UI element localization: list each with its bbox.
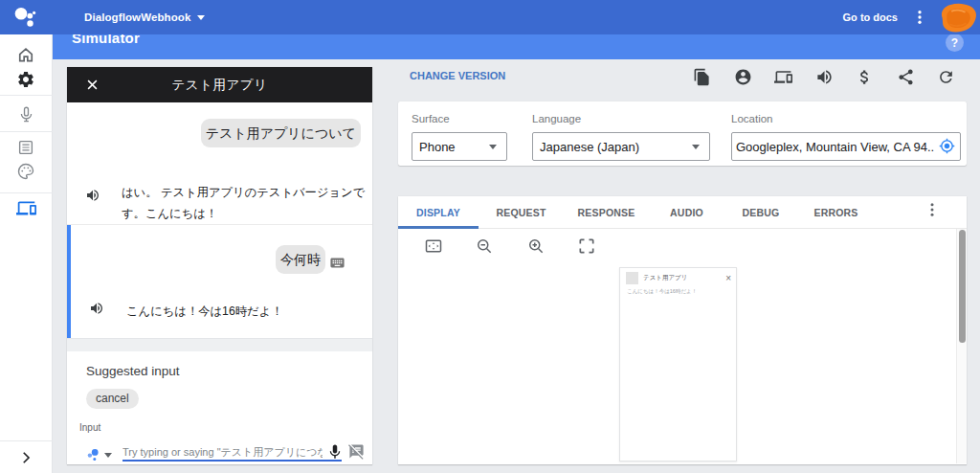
speaker-notes-off-icon[interactable] <box>348 443 365 460</box>
my-location-icon[interactable] <box>939 138 955 154</box>
copy-icon[interactable] <box>693 68 711 86</box>
close-icon[interactable] <box>85 78 100 92</box>
user-query-bubble: テスト用アプリについて <box>201 119 361 147</box>
tab-response[interactable]: RESPONSE <box>564 196 649 229</box>
location-value: Googleplex, Mountain View, CA 94.. <box>736 140 934 154</box>
nav-divider <box>0 95 53 96</box>
chevron-down-icon <box>692 145 700 149</box>
display-toolbar <box>424 236 596 256</box>
simulator-action-icons <box>693 68 955 86</box>
query-input-row: Input <box>67 444 372 468</box>
project-name: DialogflowWebhook <box>84 11 190 23</box>
nav-divider <box>0 192 53 193</box>
app-bar: DialogflowWebhook Go to docs <box>0 0 980 34</box>
article-icon <box>17 139 34 156</box>
assistant-response-text: はい。 テスト用アプリのテストバージョンです。こんにちは！ <box>122 182 372 224</box>
nav-invocation-button[interactable] <box>14 102 37 125</box>
preview-app-icon <box>626 272 638 284</box>
change-version-link[interactable]: CHANGE VERSION <box>410 70 505 81</box>
avatar[interactable] <box>933 2 977 34</box>
language-label: Language <box>532 113 710 124</box>
tab-errors[interactable]: ERRORS <box>797 196 875 229</box>
assistant-response-text: こんにちは！今は16時だよ！ <box>126 301 283 322</box>
preview-title: テスト用アプリ <box>643 274 725 282</box>
conversation-turn-active: 今何時 こんにちは！今は16時だよ！ <box>67 225 372 338</box>
preview-message: こんにちは！今は16時だよ！ <box>620 284 736 295</box>
tab-debug[interactable]: DEBUG <box>724 196 797 229</box>
more-vert-icon[interactable] <box>911 9 928 26</box>
home-icon <box>16 45 35 64</box>
location-label: Location <box>731 113 961 124</box>
volume-up-icon[interactable] <box>815 68 834 86</box>
more-vert-icon[interactable] <box>924 201 941 218</box>
google-assistant-logo-icon <box>5 3 49 32</box>
nav-home-button[interactable] <box>14 43 37 66</box>
display-preview-phone: テスト用アプリ × こんにちは！今は16時だよ！ <box>619 267 737 462</box>
conversation-turn: テスト用アプリについて はい。 テスト用アプリのテストバージョンです。こんにちは… <box>67 102 372 224</box>
query-input[interactable] <box>122 443 342 462</box>
money-icon[interactable] <box>856 68 874 86</box>
location-input[interactable]: Googleplex, Mountain View, CA 94.. <box>731 132 961 161</box>
chevron-down-icon <box>489 145 497 149</box>
page-header: Simulator ? <box>53 34 980 59</box>
nav-divider <box>0 440 53 441</box>
suggested-input-section: Suggested input cancel <box>67 351 372 409</box>
go-to-docs-link[interactable]: Go to docs <box>843 11 898 23</box>
nav-expand-button[interactable] <box>14 446 37 469</box>
surface-value: Phone <box>419 140 456 154</box>
settings-gear-icon <box>16 70 35 89</box>
account-circle-icon[interactable] <box>734 68 752 86</box>
conversation-header: テスト用アプリ <box>67 67 372 102</box>
tab-bar: DISPLAY REQUEST RESPONSE AUDIO DEBUG ERR… <box>398 196 967 229</box>
section-gap <box>67 338 372 351</box>
tab-audio[interactable]: AUDIO <box>649 196 724 229</box>
active-tab-indicator <box>398 226 479 229</box>
devices-icon[interactable] <box>774 68 792 86</box>
scrollbar-thumb[interactable] <box>959 230 966 343</box>
surface-label: Surface <box>412 113 507 124</box>
nav-simulator-button[interactable] <box>14 196 37 219</box>
project-switcher[interactable]: DialogflowWebhook <box>84 0 205 34</box>
refresh-icon[interactable] <box>937 68 955 86</box>
page-title: Simulator <box>72 34 140 47</box>
keyboard-icon <box>329 255 345 271</box>
mic-icon <box>17 105 35 124</box>
preview-close-icon[interactable]: × <box>725 274 731 283</box>
palette-icon <box>16 162 35 181</box>
help-button[interactable]: ? <box>946 34 964 52</box>
nav-directory-button[interactable] <box>14 136 37 159</box>
volume-up-icon[interactable] <box>89 301 104 316</box>
response-tabs-card: DISPLAY REQUEST RESPONSE AUDIO DEBUG ERR… <box>398 196 967 464</box>
nav-divider <box>0 131 53 132</box>
conversation-title: テスト用アプリ <box>172 77 268 94</box>
assistant-mini-logo-icon[interactable] <box>83 444 104 465</box>
input-label: Input <box>79 422 100 433</box>
tab-display[interactable]: DISPLAY <box>398 196 479 229</box>
nav-settings-button[interactable] <box>14 68 37 91</box>
scrollbar[interactable] <box>956 229 967 463</box>
share-icon[interactable] <box>897 68 915 86</box>
devices-icon <box>16 198 36 218</box>
suggestion-chip-cancel[interactable]: cancel <box>86 389 139 409</box>
simulator-settings-form: Surface Phone Language Japanese (Japan) … <box>398 101 967 166</box>
mic-icon[interactable] <box>326 443 344 461</box>
chevron-down-icon[interactable] <box>104 453 112 458</box>
chevron-down-icon <box>197 15 205 20</box>
nav-theme-button[interactable] <box>14 160 37 183</box>
suggested-input-title: Suggested input <box>86 351 372 378</box>
conversation-panel: テスト用アプリ テスト用アプリについて はい。 テスト用アプリのテストバージョン… <box>67 67 372 464</box>
surface-select[interactable]: Phone <box>412 132 507 161</box>
user-query-bubble: 今何時 <box>276 245 325 274</box>
zoom-in-icon[interactable] <box>526 236 546 256</box>
tab-request[interactable]: REQUEST <box>479 196 564 229</box>
crop-free-icon[interactable] <box>577 236 596 256</box>
fit-screen-icon[interactable] <box>424 236 443 256</box>
nav-rail <box>0 34 53 473</box>
volume-up-icon[interactable] <box>85 188 100 203</box>
language-value: Japanese (Japan) <box>540 140 639 154</box>
zoom-out-icon[interactable] <box>475 236 494 256</box>
language-select[interactable]: Japanese (Japan) <box>532 132 710 161</box>
chevron-right-icon <box>17 449 34 466</box>
